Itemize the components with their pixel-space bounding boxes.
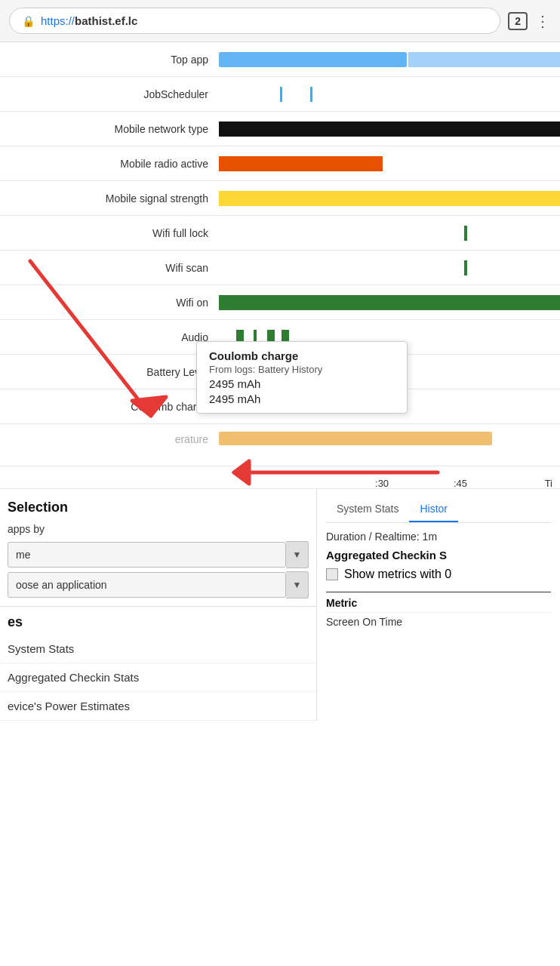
list-item-system-stats[interactable]: System Stats [0, 635, 316, 663]
tooltip-popup: Coulomb charge From logs: Battery Histor… [196, 341, 408, 414]
row-label-mobile-network: Mobile network type [0, 123, 219, 135]
filter-label: apps by [0, 520, 316, 538]
left-panel: Selection apps by me ▼ oose an applicati… [0, 489, 317, 721]
chart-row-wifi-on: Wifi on [0, 285, 560, 320]
dropdown-row-2: oose an application ▼ [8, 571, 309, 598]
metric-header: Metric [326, 592, 551, 612]
dropdown-row-1: me ▼ [8, 541, 309, 568]
chart-row-signal: Mobile signal strength [0, 181, 560, 216]
chart-row-wifi-lock: Wifi full lock [0, 216, 560, 251]
row-label-mobile-radio: Mobile radio active [0, 158, 219, 170]
chart-row-mobile-radio: Mobile radio active [0, 146, 560, 181]
show-metrics-label: Show metrics with 0 [344, 568, 451, 581]
timeline-label-30: :30 [375, 478, 389, 489]
row-label-wifi-lock: Wifi full lock [0, 227, 219, 239]
address-bar[interactable]: 🔒 https://bathist.ef.lc [9, 8, 500, 34]
show-metrics-row: Show metrics with 0 [326, 568, 551, 581]
row-label-audio: Audio [0, 331, 219, 343]
list-item-checkin-stats[interactable]: Aggregated Checkin Stats [0, 663, 316, 692]
battery-history-chart: Top app JobScheduler Mobile network type [0, 42, 560, 489]
row-bar-wifi-lock [219, 223, 560, 244]
row-label-top-app: Top app [0, 54, 219, 66]
menu-icon[interactable]: ⋮ [535, 12, 551, 30]
row-bar-wifi-on [219, 292, 560, 313]
metric-section: Metric Screen On Time [326, 592, 551, 631]
row-label-battery-level: Battery Level [0, 366, 219, 378]
url-text: https://bathist.ef.lc [41, 14, 137, 27]
show-metrics-checkbox[interactable] [326, 568, 338, 580]
browser-chrome: 🔒 https://bathist.ef.lc 2 ⋮ [0, 0, 560, 42]
row-bar-wifi-scan [219, 257, 560, 278]
tab-count[interactable]: 2 [508, 12, 528, 30]
dropdown-arrow-1[interactable]: ▼ [286, 541, 309, 568]
row-bar-mobile-radio [219, 153, 560, 174]
row-bar-signal [219, 188, 560, 209]
row-label-wifi-scan: Wifi scan [0, 262, 219, 274]
right-panel: System Stats Histor Duration / Realtime:… [317, 489, 560, 721]
row-bar-jobscheduler [219, 84, 560, 105]
row-label-wifi-on: Wifi on [0, 297, 219, 309]
apps-by-dropdown[interactable]: me [8, 542, 286, 568]
tabs-row: System Stats Histor [326, 497, 551, 523]
subsection-title: es [0, 614, 316, 635]
aggregated-title: Aggregated Checkin S [326, 549, 551, 561]
tooltip-title: Coulomb charge [209, 349, 395, 362]
tooltip-source: From logs: Battery History [209, 364, 395, 375]
chart-row-top-app: Top app [0, 42, 560, 77]
ti-label: Ti [545, 478, 552, 489]
duration-label: Duration / Realtime: 1m [326, 531, 551, 543]
selection-title: Selection [0, 500, 316, 520]
chart-row-mobile-network: Mobile network type [0, 112, 560, 146]
list-item-power-estimates[interactable]: evice's Power Estimates [0, 692, 316, 721]
tooltip-value1: 2495 mAh [209, 377, 395, 390]
dropdown-arrow-2[interactable]: ▼ [286, 571, 309, 598]
bottom-section: Selection apps by me ▼ oose an applicati… [0, 489, 560, 721]
lock-icon: 🔒 [22, 15, 35, 27]
tab-system-stats[interactable]: System Stats [326, 497, 409, 522]
metric-value: Screen On Time [326, 612, 551, 631]
row-bar-top-app [219, 49, 560, 70]
row-bar-mobile-network [219, 118, 560, 140]
section-divider [0, 606, 316, 607]
tooltip-value2: 2495 mAh [209, 392, 395, 405]
row-label-jobscheduler: JobScheduler [0, 88, 219, 100]
timeline-label-45: :45 [454, 478, 467, 489]
tab-histor[interactable]: Histor [409, 497, 458, 522]
chart-rows: Top app JobScheduler Mobile network type [0, 42, 560, 489]
row-label-coulomb: Coulomb charge [0, 401, 219, 413]
application-dropdown[interactable]: oose an application [8, 572, 286, 598]
row-label-signal: Mobile signal strength [0, 192, 219, 205]
chart-row-jobscheduler: JobScheduler [0, 77, 560, 112]
chart-row-wifi-scan: Wifi scan [0, 251, 560, 285]
